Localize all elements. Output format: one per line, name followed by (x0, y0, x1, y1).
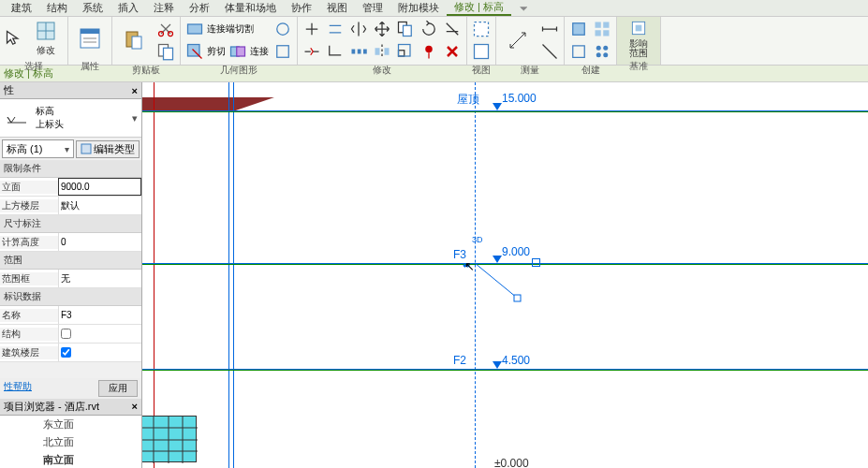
apply-button[interactable]: 应用 (98, 380, 138, 397)
selection-arrow-icon[interactable] (4, 28, 24, 49)
close-icon[interactable]: × (132, 401, 138, 412)
level-name-f2[interactable]: F2 (453, 354, 466, 367)
tree-item[interactable]: 南立面 (0, 451, 141, 468)
property-label: 名称 (0, 309, 58, 322)
menu-item[interactable]: 视图 (319, 1, 355, 15)
instance-filter-dropdown[interactable]: 标高 (1) (2, 139, 74, 158)
3d-toggle[interactable]: 3D (472, 235, 483, 244)
dropdown-icon[interactable]: ▾ (132, 112, 138, 124)
scope-box-button[interactable]: 影响 范围 (621, 19, 656, 58)
svg-rect-4 (132, 37, 141, 49)
ribbon-group-label: 属性 (72, 58, 108, 73)
property-row: 结构 (0, 325, 141, 344)
svg-rect-26 (475, 45, 489, 59)
measure-button[interactable] (500, 21, 536, 60)
browser-header: 项目浏览器 - 酒店.rvt × (0, 399, 141, 416)
property-value[interactable]: 默认 (58, 197, 141, 214)
create-btn-2[interactable] (592, 19, 612, 39)
property-checkbox[interactable] (61, 347, 71, 358)
menu-item[interactable]: 注释 (146, 1, 182, 15)
cope-button[interactable] (184, 19, 205, 39)
roof-slope[interactable] (233, 97, 274, 111)
property-value[interactable]: 9000.0 (58, 178, 141, 196)
cut-geom-button[interactable] (184, 41, 205, 62)
level-elev-f1[interactable]: ±0.000 (494, 457, 529, 468)
menu-item[interactable]: 体量和场地 (217, 1, 284, 15)
modify-button[interactable]: 修改 (28, 19, 64, 58)
menu-item[interactable]: 协作 (284, 1, 319, 15)
dim-button-2[interactable] (539, 41, 560, 62)
edit-type-button[interactable]: 编辑类型 (76, 140, 140, 158)
offset-button[interactable] (325, 19, 346, 39)
properties-palette-button[interactable] (72, 19, 108, 58)
join-button[interactable] (228, 41, 248, 62)
menu-item[interactable]: 管理 (355, 1, 390, 15)
mirror-draw-button[interactable] (372, 41, 392, 62)
trim-ext-button[interactable] (442, 19, 463, 39)
menu-item[interactable]: 建筑 (4, 1, 39, 15)
close-icon[interactable]: × (132, 85, 138, 96)
level-elev-roof[interactable]: 15.000 (502, 92, 537, 105)
geom-btn-1[interactable] (272, 19, 293, 39)
level-marker-line[interactable] (142, 110, 868, 111)
menu-item[interactable]: 修改 | 标高 (447, 0, 511, 16)
property-row: 范围框无 (0, 270, 141, 288)
svg-rect-25 (475, 22, 489, 37)
cut-button[interactable] (155, 19, 176, 39)
property-label: 结构 (0, 328, 58, 341)
menu-item[interactable]: 系统 (75, 1, 110, 15)
copy-button[interactable] (155, 41, 176, 62)
dim-button-1[interactable] (539, 19, 560, 39)
mirror-axis-button[interactable] (348, 19, 369, 39)
level-elev-f2[interactable]: 4.500 (502, 354, 530, 367)
project-browser-tree[interactable]: 东立面北立面南立面西立面图例明细表/数量-图纸 (全部)+001 - 总平面图+… (0, 416, 141, 468)
drawing-canvas[interactable]: 屋顶 15.000 F3 9.000 ⬌ 3D ↖ F2 4.500 ±0.00… (142, 82, 868, 468)
menu-item[interactable]: 结构 (39, 1, 75, 15)
menu-item[interactable]: 附加模块 (390, 1, 447, 15)
property-value[interactable] (58, 325, 141, 343)
property-label: 范围框 (0, 272, 58, 285)
copy-button[interactable] (395, 19, 416, 39)
split-button[interactable] (302, 41, 322, 62)
svg-rect-38 (81, 144, 91, 154)
property-value[interactable]: F3 (58, 306, 141, 324)
level-name-roof[interactable]: 屋顶 (457, 92, 479, 108)
level-elev-f3[interactable]: 9.000 (502, 245, 530, 258)
property-value[interactable]: 无 (58, 270, 141, 287)
property-section-header: 范围 (0, 252, 141, 270)
svg-rect-27 (573, 23, 585, 36)
pin-button[interactable] (419, 41, 439, 62)
svg-rect-40 (514, 295, 521, 301)
level-marker-line[interactable] (142, 369, 868, 370)
tree-item[interactable]: 北立面 (0, 433, 141, 451)
level-end-handle[interactable] (475, 260, 531, 307)
array-button[interactable] (348, 41, 369, 62)
create-btn-1[interactable] (568, 19, 589, 39)
svg-rect-21 (385, 48, 390, 55)
paste-button[interactable] (116, 21, 152, 60)
delete-button[interactable] (442, 41, 463, 62)
property-checkbox[interactable] (61, 329, 71, 339)
property-row: 立面9000.0 (0, 178, 141, 197)
svg-point-34 (596, 52, 601, 57)
tree-item[interactable]: 东立面 (0, 416, 141, 433)
properties-help-link[interactable]: 性帮助 (4, 380, 32, 397)
menu-item[interactable]: 插入 (110, 1, 146, 15)
level-bubble-toggle[interactable] (532, 258, 540, 267)
trim-corner-button[interactable] (325, 41, 346, 62)
create-btn-3[interactable] (568, 41, 589, 62)
create-btn-4[interactable] (592, 41, 612, 62)
move-button[interactable] (372, 19, 392, 39)
roof-element[interactable] (142, 97, 234, 110)
menu-item[interactable]: 分析 (182, 1, 217, 15)
cursor-icon: ↖ (464, 259, 475, 273)
rotate-button[interactable] (419, 19, 439, 39)
property-value[interactable] (58, 344, 141, 361)
scale-button[interactable] (395, 41, 416, 62)
geom-btn-2[interactable] (272, 41, 293, 62)
property-value[interactable]: 0 (58, 233, 141, 251)
align-button[interactable] (302, 19, 322, 39)
view-hide-button[interactable] (471, 19, 492, 39)
view-override-button[interactable] (471, 41, 492, 62)
svg-point-35 (603, 52, 608, 57)
